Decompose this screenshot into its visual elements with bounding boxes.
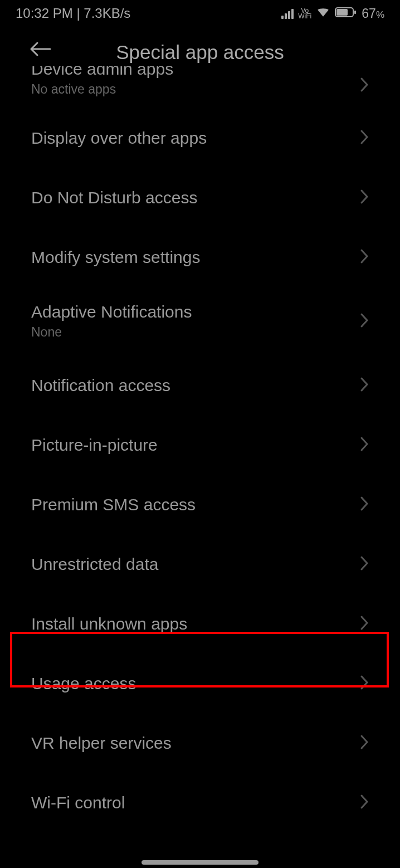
chevron-right-icon — [360, 615, 369, 633]
chevron-right-icon — [360, 129, 369, 147]
item-text: Picture-in-picture — [31, 436, 158, 455]
list-item-device-admin-apps[interactable]: Device admin apps No active apps — [0, 75, 400, 108]
status-speed: 7.3KB/s — [84, 6, 130, 21]
item-label: Modify system settings — [31, 248, 200, 267]
item-text: Modify system settings — [31, 248, 200, 267]
annotation-highlight — [10, 632, 389, 687]
list-item-modify-system-settings[interactable]: Modify system settings — [0, 227, 400, 287]
svg-rect-1 — [336, 9, 348, 16]
chevron-right-icon — [360, 77, 369, 95]
item-label: Notification access — [31, 376, 170, 395]
item-label: Wi-Fi control — [31, 793, 125, 812]
signal-icon — [281, 8, 294, 19]
page-title: Special app access — [11, 41, 389, 64]
item-text: Display over other apps — [31, 129, 207, 148]
item-text: Notification access — [31, 376, 170, 395]
item-label: Adaptive Notifications — [31, 303, 192, 321]
item-label: Display over other apps — [31, 129, 207, 148]
item-text: Unrestricted data — [31, 555, 158, 574]
item-text: Device admin apps No active apps — [31, 75, 173, 97]
back-arrow-icon — [29, 41, 51, 57]
app-header: Special app access — [0, 26, 400, 75]
item-text: Wi-Fi control — [31, 793, 125, 812]
vowifi-icon: Vo WiFi — [298, 8, 311, 19]
chevron-right-icon — [360, 313, 369, 330]
list-item-premium-sms-access[interactable]: Premium SMS access — [0, 475, 400, 534]
list-item-do-not-disturb-access[interactable]: Do Not Disturb access — [0, 168, 400, 227]
item-text: Do Not Disturb access — [31, 188, 197, 207]
chevron-right-icon — [360, 555, 369, 573]
chevron-right-icon — [360, 189, 369, 207]
wifi-icon — [316, 6, 330, 21]
battery-percentage: 67% — [362, 6, 384, 21]
item-label: Premium SMS access — [31, 495, 196, 514]
status-time: 10:32 PM — [16, 6, 73, 21]
status-right: Vo WiFi 67% — [281, 6, 384, 21]
item-text: VR helper services — [31, 734, 172, 753]
list-item-wifi-control[interactable]: Wi-Fi control — [0, 773, 400, 832]
chevron-right-icon — [360, 734, 369, 752]
list-item-picture-in-picture[interactable]: Picture-in-picture — [0, 415, 400, 475]
list-item-vr-helper-services[interactable]: VR helper services — [0, 713, 400, 773]
item-label: Install unknown apps — [31, 615, 187, 633]
navigation-handle[interactable] — [142, 860, 258, 865]
back-button[interactable] — [29, 41, 51, 60]
chevron-right-icon — [360, 436, 369, 454]
list-item-adaptive-notifications[interactable]: Adaptive Notifications None — [0, 287, 400, 355]
item-sublabel: None — [31, 325, 192, 340]
chevron-right-icon — [360, 248, 369, 266]
item-text: Install unknown apps — [31, 615, 187, 633]
chevron-right-icon — [360, 377, 369, 394]
chevron-right-icon — [360, 496, 369, 514]
status-divider: | — [73, 6, 84, 21]
list-item-notification-access[interactable]: Notification access — [0, 355, 400, 415]
svg-rect-2 — [354, 11, 356, 14]
chevron-right-icon — [360, 794, 369, 812]
item-label: Picture-in-picture — [31, 436, 158, 455]
item-label: Do Not Disturb access — [31, 188, 197, 207]
list-item-unrestricted-data[interactable]: Unrestricted data — [0, 534, 400, 594]
item-text: Premium SMS access — [31, 495, 196, 514]
status-left: 10:32 PM | 7.3KB/s — [16, 6, 130, 21]
status-bar: 10:32 PM | 7.3KB/s Vo WiFi 67 — [0, 0, 400, 26]
item-sublabel: No active apps — [31, 82, 173, 97]
item-text: Adaptive Notifications None — [31, 303, 192, 340]
battery-icon — [335, 6, 357, 21]
list-item-display-over-other-apps[interactable]: Display over other apps — [0, 108, 400, 168]
item-label: Unrestricted data — [31, 555, 158, 574]
settings-list: Device admin apps No active apps Display… — [0, 75, 400, 832]
item-label: VR helper services — [31, 734, 172, 753]
